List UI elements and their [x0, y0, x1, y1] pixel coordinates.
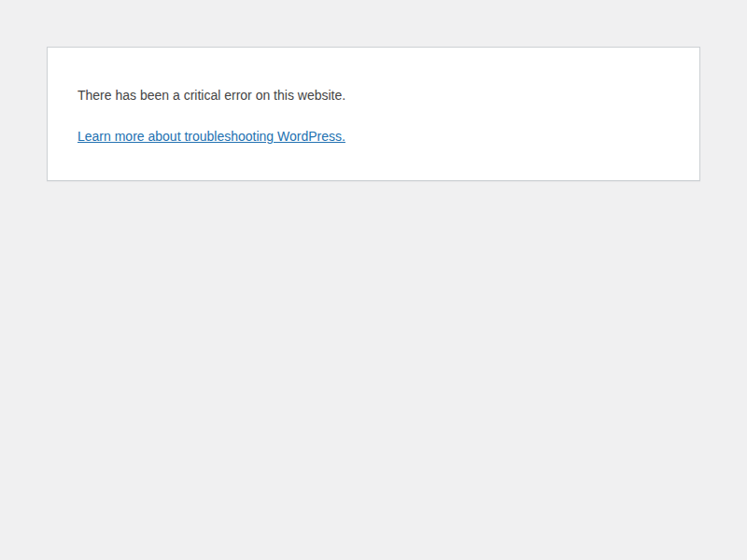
page-background: { "page": { "background_color": "#f0f0f1… [0, 0, 747, 560]
troubleshooting-wordpress-link[interactable]: Learn more about troubleshooting WordPre… [78, 129, 345, 144]
error-card: There has been a critical error on this … [47, 47, 700, 181]
critical-error-message: There has been a critical error on this … [78, 86, 669, 105]
troubleshooting-link-line: Learn more about troubleshooting WordPre… [78, 127, 669, 147]
